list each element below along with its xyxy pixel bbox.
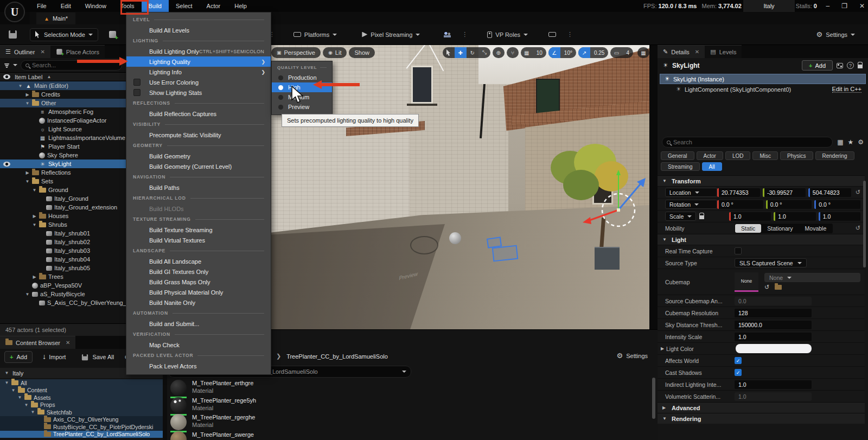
perspective-dropdown[interactable]: ▣ Perspective: [271, 47, 321, 58]
cb-folder-assets[interactable]: ▼Assets: [0, 394, 163, 401]
filter-icon[interactable]: [4, 62, 10, 68]
outliner-row-ground[interactable]: ▼Ground: [0, 186, 126, 194]
tab-content-browser[interactable]: Content Browser ✕: [0, 336, 75, 349]
add-component-button[interactable]: + Add: [802, 60, 833, 71]
reset-to-default-icon[interactable]: ↺: [856, 189, 860, 196]
lock-icon[interactable]: [699, 215, 704, 219]
asset-item-m-treeplanter-erthgre[interactable]: M_TreePlanter_erthgreMaterial: [170, 380, 253, 398]
close-button[interactable]: ✕: [859, 2, 865, 10]
import-button[interactable]: ⭣ Import: [38, 351, 71, 363]
expander-open-icon[interactable]: ▼: [32, 188, 37, 193]
rotation-snap-value[interactable]: 10°: [560, 50, 576, 56]
cubemap-thumbnail[interactable]: None: [735, 272, 758, 292]
rotate-tool[interactable]: ↻: [467, 47, 478, 58]
outliner-row-lightmassimportancevolume[interactable]: ▦LightmassImportanceVolume: [0, 133, 126, 142]
menu-item-build-and-submit[interactable]: Build and Submit...: [126, 318, 271, 329]
outliner-row-credits[interactable]: ▶Credits: [0, 90, 126, 99]
scale-tool[interactable]: ⤡: [478, 47, 490, 58]
z-value-input[interactable]: 1.0: [819, 212, 860, 221]
input-intensity-scale[interactable]: 1.0: [735, 333, 812, 341]
multi-user-options-dots[interactable]: ⋮: [456, 31, 473, 38]
unlock-icon[interactable]: [858, 65, 863, 68]
drawer-scrollbar[interactable]: [652, 378, 655, 419]
vp-roles-dropdown[interactable]: VP Roles: [482, 31, 533, 38]
use-selected-icon[interactable]: ↺: [764, 284, 769, 291]
filter-chip-streaming[interactable]: Streaming: [661, 162, 700, 171]
menu-item-build-geometry-current-level[interactable]: Build Geometry (Current Level): [126, 161, 271, 171]
filter-chip-actor[interactable]: Actor: [697, 151, 723, 160]
axis-label-dropdown[interactable]: Scale: [665, 212, 696, 221]
filter-chip-all[interactable]: All: [702, 162, 722, 171]
input-indirect-lighting-inte[interactable]: 1.0: [735, 380, 812, 389]
menu-item-pack-level-actors[interactable]: Pack Level Actors: [126, 361, 271, 371]
menu-item-build-hlods[interactable]: Build HLODs: [126, 203, 271, 214]
menu-item-map-check[interactable]: Map Check: [126, 340, 271, 350]
checkbox-affects-world[interactable]: ✓: [735, 357, 742, 364]
item-label-header[interactable]: Item Label: [15, 74, 42, 80]
menu-item-build-reflection-captures[interactable]: Build Reflection Captures: [126, 109, 271, 119]
y-value-input[interactable]: 1.0: [774, 212, 815, 221]
outliner-row-italy-shrub04[interactable]: Italy_shrub04: [0, 255, 126, 264]
maximize-button[interactable]: ❐: [841, 2, 847, 10]
menu-item-build-physical-material-only[interactable]: Build Physical Material Only: [126, 287, 271, 297]
x-value-input[interactable]: 0.0 °: [717, 200, 763, 209]
outliner-row-italy-shrub02[interactable]: Italy_shrub02: [0, 238, 126, 246]
asset-item-m-treeplanter-rege5yh[interactable]: M_TreePlanter_rege5yhMaterial: [170, 397, 256, 416]
filter-chip-rendering[interactable]: Rendering: [815, 151, 854, 160]
skylight-instance-row[interactable]: ☀ SkyLight (Instance): [660, 74, 866, 84]
tab-place-actors[interactable]: Place Actors: [50, 45, 105, 58]
menu-item-use-error-coloring[interactable]: Use Error Coloring: [126, 77, 271, 87]
menu-item-build-virtual-textures[interactable]: Build Virtual Textures: [126, 235, 271, 245]
section-transform[interactable]: ▼Transform: [658, 175, 865, 186]
menu-item-build-lighting-only[interactable]: Build Lighting OnlyCTRL+SHIFT+SEMICOLON: [126, 46, 271, 56]
x-value-input[interactable]: 20.774353: [717, 188, 760, 197]
breadcrumb-current[interactable]: TreePlanter_CC_by_LordSamueliSolo: [286, 353, 388, 360]
expander-open-icon[interactable]: ▼: [30, 410, 35, 415]
camera-options-dots[interactable]: ⋮: [561, 31, 578, 38]
tab-levels[interactable]: ▤ Levels: [705, 45, 742, 58]
local-axes-button[interactable]: ⑂: [507, 47, 519, 58]
input-cubemap-resolution[interactable]: 128: [735, 309, 812, 317]
add-actor-button[interactable]: [104, 31, 122, 38]
outliner-row-italy-shrub05[interactable]: Italy_shrub05: [0, 264, 126, 272]
menu-item-lighting-quality[interactable]: Lighting Quality❯: [126, 56, 271, 67]
visibility-eye-icon[interactable]: [3, 162, 10, 167]
menu-item-show-lighting-stats[interactable]: Show Lighting Stats: [126, 87, 271, 98]
menubar-item-actor[interactable]: Actor: [200, 0, 228, 12]
tab-details[interactable]: ✎ Details ✕: [658, 45, 705, 58]
outliner-row-italy-shrub03[interactable]: Italy_shrub03: [0, 246, 126, 255]
asset-item-m-treeplanter-rgerghe[interactable]: M_TreePlanter_rgergheMaterial: [170, 414, 255, 432]
expander-open-icon[interactable]: ▼: [24, 403, 29, 407]
y-value-input[interactable]: 0.0 °: [766, 200, 812, 209]
filter-chip-general[interactable]: General: [661, 151, 694, 160]
close-icon[interactable]: ✕: [66, 340, 70, 346]
expander-open-icon[interactable]: ▼: [18, 84, 23, 88]
menu-item-build-geometry[interactable]: Build Geometry: [126, 151, 271, 161]
menubar-item-select[interactable]: Select: [169, 0, 200, 12]
outliner-row-skylight[interactable]: ☀SkyLight: [0, 160, 126, 168]
outliner-row-player-start[interactable]: ⚑Player Start: [0, 142, 126, 151]
menubar-item-file[interactable]: File: [30, 0, 54, 12]
filter-chip-lod[interactable]: LOD: [725, 151, 751, 160]
z-value-input[interactable]: 0.0 °: [814, 200, 860, 209]
outliner-row-italy-ground-extension[interactable]: Italy_Ground_extension: [0, 203, 126, 212]
filter-chip-misc[interactable]: Misc: [752, 151, 778, 160]
chevron-down-icon[interactable]: [13, 64, 17, 68]
section-advanced[interactable]: ▶Advanced: [658, 402, 865, 413]
menu-item-build-all-levels[interactable]: Build All Levels: [126, 25, 271, 35]
select-tool[interactable]: [443, 47, 455, 58]
virtual-camera-button[interactable]: [543, 32, 561, 37]
outliner-row-reflections[interactable]: ▶Reflections: [0, 168, 126, 177]
browse-folder-icon[interactable]: [775, 285, 782, 290]
grid-snap-value[interactable]: 10: [533, 50, 546, 56]
axis-label-dropdown[interactable]: Location: [665, 188, 717, 197]
transform-gizmo[interactable]: [580, 170, 649, 246]
z-value-input[interactable]: 504.74823: [808, 188, 851, 197]
input-sky-distance-thresh[interactable]: 150000.0: [735, 321, 812, 329]
rotation-snap-control[interactable]: ∠ 10°: [548, 47, 576, 58]
expander-closed-icon[interactable]: ▶: [25, 92, 30, 97]
move-tool[interactable]: ✚: [455, 47, 467, 58]
level-tab-main[interactable]: ▲ Main*: [36, 12, 75, 24]
asset-item-m-treeplanter-swerge[interactable]: M_TreePlanter_swergeMaterial: [170, 431, 254, 440]
menu-item-build-gi-textures-only[interactable]: Build GI Textures Only: [126, 266, 271, 277]
